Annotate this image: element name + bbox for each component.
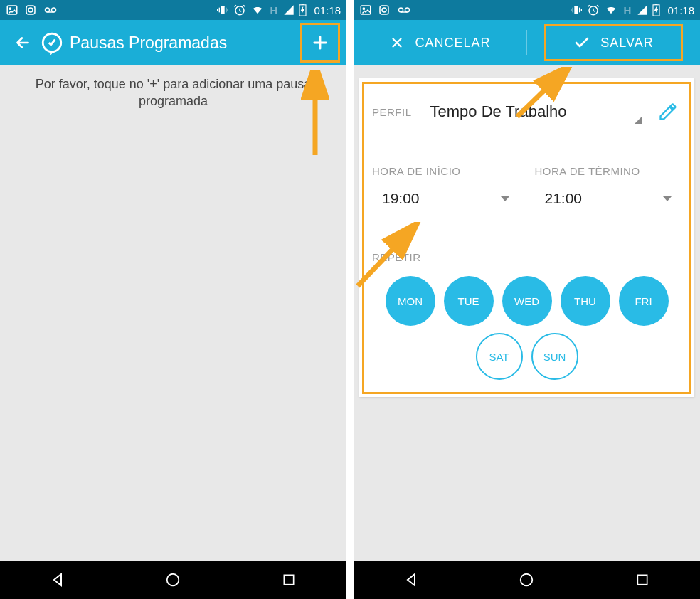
clock-text: 01:18	[314, 4, 341, 16]
phone-left: H 01:18 Pausas Programadas Por favor, to…	[0, 0, 346, 599]
cancel-label: CANCELAR	[415, 36, 490, 51]
svg-point-17	[167, 574, 179, 586]
edit-profile-button[interactable]	[654, 98, 682, 125]
svg-rect-7	[221, 6, 224, 14]
end-time-select[interactable]: 21:00	[535, 190, 682, 207]
camera-icon	[24, 4, 37, 16]
day-wed[interactable]: WED	[502, 276, 552, 326]
nav-back[interactable]	[36, 566, 79, 594]
day-sun[interactable]: SUN	[531, 333, 578, 380]
day-thu[interactable]: THU	[561, 276, 610, 326]
svg-point-20	[363, 8, 364, 9]
action-bar: CANCELAR SALVAR	[354, 20, 700, 65]
alarm-icon	[233, 4, 246, 16]
svg-rect-10	[217, 9, 218, 11]
camera-icon	[378, 4, 391, 16]
android-nav-bar	[0, 561, 346, 599]
alarm-icon	[587, 4, 600, 16]
svg-rect-27	[572, 8, 573, 13]
add-button[interactable]	[302, 25, 338, 60]
day-fri[interactable]: FRI	[619, 276, 669, 326]
image-icon	[6, 4, 18, 16]
svg-point-1	[9, 8, 11, 9]
chevron-down-icon	[663, 196, 672, 201]
repeat-label: REPETIR	[372, 251, 682, 263]
profile-value: Tempo De Trabalho	[430, 102, 567, 120]
image-icon	[359, 4, 372, 16]
day-tue[interactable]: TUE	[444, 276, 494, 326]
status-bar: H 01:18	[354, 0, 700, 20]
wifi-icon	[250, 4, 265, 16]
day-mon[interactable]: MON	[386, 276, 435, 326]
cancel-button[interactable]: CANCELAR	[354, 20, 526, 65]
network-type: H	[270, 4, 278, 16]
clock-text: 01:18	[667, 4, 694, 16]
nav-home[interactable]	[152, 566, 194, 594]
svg-rect-2	[26, 6, 35, 14]
profile-select[interactable]: Tempo De Trabalho	[429, 100, 642, 124]
signal-icon	[283, 4, 295, 16]
end-time-label: HORA DE TÉRMINO	[535, 165, 682, 177]
save-label: SALVAR	[600, 36, 653, 51]
time-section: HORA DE INÍCIO 19:00 HORA DE TÉRMINO 21:…	[372, 165, 682, 207]
day-row-2: SAT SUN	[372, 333, 682, 380]
svg-point-22	[382, 8, 386, 12]
svg-rect-26	[574, 6, 578, 14]
start-time-col: HORA DE INÍCIO 19:00	[372, 165, 519, 207]
svg-rect-37	[637, 575, 647, 584]
content-area: PERFIL Tempo De Trabalho HORA DE INÍCIO …	[354, 65, 700, 561]
app-bar: Pausas Programadas	[0, 20, 346, 65]
day-row-1: MON TUE WED THU FRI	[372, 276, 682, 326]
nav-recent[interactable]	[267, 566, 310, 594]
svg-rect-14	[302, 4, 304, 5]
schedule-card: PERFIL Tempo De Trabalho HORA DE INÍCIO …	[359, 78, 694, 397]
svg-rect-18	[284, 575, 293, 584]
vibrate-icon	[216, 4, 229, 16]
empty-state-text: Por favor, toque no '+' para adicionar u…	[11, 75, 335, 110]
svg-rect-8	[218, 8, 219, 13]
svg-rect-28	[579, 8, 580, 13]
battery-icon	[299, 4, 307, 16]
voicemail-icon	[43, 4, 58, 16]
content-area: Por favor, toque no '+' para adicionar u…	[0, 65, 346, 561]
network-type: H	[624, 4, 632, 16]
repeat-section: REPETIR MON TUE WED THU FRI SAT SUN	[372, 251, 682, 380]
svg-point-36	[521, 574, 533, 586]
nav-recent[interactable]	[621, 566, 664, 594]
svg-rect-21	[380, 6, 388, 14]
start-time-select[interactable]: 19:00	[372, 190, 519, 207]
start-time-value: 19:00	[382, 190, 420, 207]
nav-home[interactable]	[505, 566, 548, 594]
dropdown-triangle-icon	[635, 117, 642, 124]
profile-row: PERFIL Tempo De Trabalho	[372, 98, 682, 125]
save-button[interactable]: SALVAR	[527, 20, 700, 65]
vibrate-icon	[570, 4, 583, 16]
svg-rect-33	[655, 4, 658, 5]
battery-icon	[652, 4, 660, 16]
chevron-down-icon	[501, 196, 509, 201]
svg-rect-9	[226, 8, 226, 13]
status-bar: H 01:18	[0, 0, 346, 20]
signal-icon	[637, 4, 648, 16]
start-time-label: HORA DE INÍCIO	[372, 165, 519, 177]
svg-point-23	[399, 8, 403, 12]
wifi-icon	[604, 4, 618, 16]
svg-point-5	[52, 8, 56, 12]
day-sat[interactable]: SAT	[476, 333, 523, 380]
svg-rect-11	[227, 9, 228, 11]
nav-back[interactable]	[390, 566, 433, 594]
android-nav-bar	[354, 561, 700, 599]
app-logo-icon	[40, 31, 64, 55]
phone-right: H 01:18 CANCELAR SALVAR PERFIL	[354, 0, 700, 599]
end-time-col: HORA DE TÉRMINO 21:00	[535, 165, 682, 207]
back-button[interactable]	[9, 28, 37, 57]
svg-point-3	[28, 8, 33, 12]
profile-label: PERFIL	[372, 106, 412, 118]
svg-point-4	[46, 8, 50, 12]
svg-rect-29	[571, 9, 571, 11]
svg-rect-30	[580, 9, 581, 11]
voicemail-icon	[396, 4, 412, 16]
end-time-value: 21:00	[545, 190, 583, 207]
svg-point-24	[405, 8, 410, 12]
page-title: Pausas Programadas	[70, 33, 302, 53]
